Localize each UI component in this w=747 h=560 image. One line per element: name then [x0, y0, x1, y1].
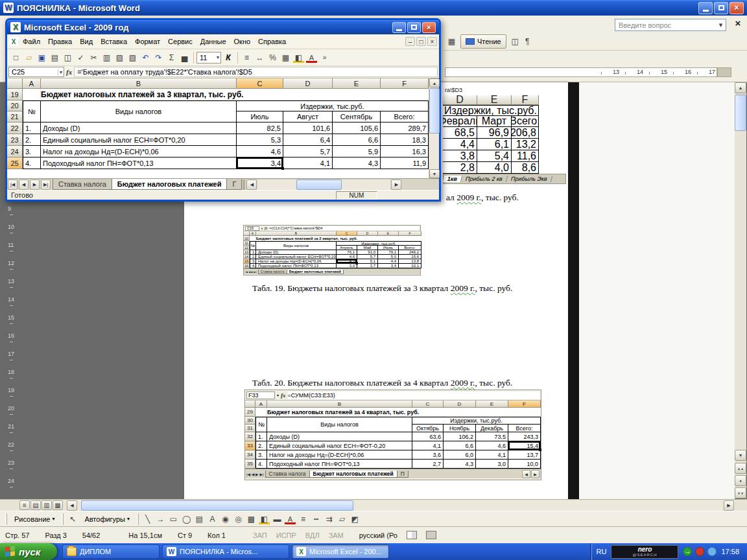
spelling-icon[interactable]: ✓ [75, 51, 87, 64]
chevron-down-icon[interactable]: ▾ [58, 69, 64, 75]
sheet-title-cell[interactable]: Бюджет налоговых платежей за 4 квартал, … [267, 408, 541, 417]
scroll-left-button[interactable]: ◀ [67, 500, 77, 511]
column-header-F[interactable]: F [508, 401, 541, 408]
line-style-icon[interactable]: ≡ [297, 513, 309, 525]
sheet-tab-2[interactable]: Бюджет налоговых платежей [309, 471, 397, 478]
column-header-B[interactable]: B [256, 231, 337, 236]
sheet-tab-1[interactable]: Ставка налога [53, 179, 112, 190]
row-index-cell[interactable]: 1. [255, 432, 267, 441]
value-cell[interactable]: 4,1 [412, 441, 444, 450]
print-icon[interactable]: ▤ [49, 51, 61, 64]
column-header-D[interactable]: D [357, 231, 378, 236]
month-header-cell[interactable]: Всего: [381, 111, 429, 122]
column-header-D[interactable]: D [444, 401, 476, 408]
fill-color-icon[interactable]: ◧ [258, 513, 270, 525]
value-cell[interactable]: 4,1 [283, 158, 333, 169]
value-cell[interactable]: 243,3 [508, 432, 541, 441]
value-cell[interactable]: 6,4 [283, 134, 333, 146]
formula-input[interactable]: ='Бюджет на оплату труда'!$E22*'Ставка н… [74, 67, 438, 77]
value-cell[interactable]: 73,5 [476, 432, 508, 441]
row-index-cell[interactable]: 1. [23, 122, 41, 134]
value-cell[interactable]: 3,7 [357, 264, 378, 268]
row-header[interactable]: 11 [244, 241, 250, 246]
autoshapes-menu-button[interactable]: Автофигуры ▾ [80, 513, 134, 526]
word-horizontal-scrollbar[interactable]: ≡▤▥▦ ◀ ▶ [0, 499, 747, 511]
chevron-down-icon[interactable]: ▾ [716, 21, 726, 29]
value-cell[interactable]: 5,7 [357, 255, 378, 259]
taskbar-clock[interactable]: 17:58 [721, 548, 742, 555]
format-painter-icon[interactable]: ▧ [126, 51, 139, 64]
value-cell[interactable]: 10,0 [508, 460, 541, 469]
column-header-B[interactable]: B [267, 401, 412, 408]
open-icon[interactable]: ▱ [23, 51, 35, 64]
horizontal-ruler-margin[interactable] [717, 67, 731, 77]
redo-icon[interactable]: ↷ [152, 51, 165, 64]
dash-style-icon[interactable]: ┅ [310, 513, 322, 525]
value-cell[interactable]: 4,1 [476, 450, 508, 460]
arrow-icon[interactable]: → [154, 513, 167, 525]
ask-question-box[interactable]: Введите вопрос ▾ [615, 19, 726, 31]
column-header-F[interactable]: F [381, 78, 429, 89]
start-button[interactable]: пуск [0, 543, 57, 560]
scrollbar-thumb[interactable] [429, 88, 440, 134]
scroll-up-button[interactable]: ▲ [735, 82, 746, 93]
row-header[interactable]: 12 [244, 246, 250, 250]
document-page-right[interactable] [579, 82, 735, 499]
document-map-icon[interactable]: ◫ [509, 36, 521, 48]
chart-wizard-icon[interactable]: ▅ [178, 51, 191, 64]
picture-icon[interactable]: ▩ [245, 513, 257, 525]
month-header-cell[interactable]: Сентябрь [333, 111, 381, 122]
scroll-left-button[interactable]: ◀ [246, 180, 257, 190]
tax-name-cell[interactable]: Подоходный налог ПН=ФОТ*0,13 [256, 264, 337, 268]
value-cell[interactable]: 3,6 [412, 450, 444, 460]
column-header-D[interactable]: D [283, 78, 333, 89]
italic-button[interactable]: К [222, 51, 235, 64]
line-color-icon[interactable]: ▬ [271, 513, 283, 525]
value-cell[interactable]: 79,1 [378, 250, 399, 255]
value-cell[interactable]: 91,0 [357, 250, 378, 255]
paste-icon[interactable]: ▨ [113, 51, 126, 64]
font-size-combo[interactable]: 11 ▾ [196, 52, 221, 64]
value-cell[interactable]: 3,0 [476, 460, 508, 469]
column-header-E[interactable]: E [333, 78, 381, 89]
wordart-icon[interactable]: А [206, 513, 219, 525]
document-close-icon[interactable]: × [731, 18, 744, 30]
row-header[interactable]: 20 [7, 100, 23, 111]
horizontal-ruler[interactable]: 1314151617 [445, 67, 717, 77]
next-page-button[interactable]: ▼▼ [735, 487, 746, 498]
row-header[interactable]: 34 [245, 450, 255, 460]
month-header-cell[interactable]: Ноябрь [444, 425, 476, 432]
draw-menu-button[interactable]: Рисование ▾ [10, 513, 59, 526]
next-sheet-button[interactable]: ▶ [30, 180, 40, 190]
row-header[interactable]: 33 [245, 441, 255, 450]
value-cell[interactable]: 2,7 [412, 460, 444, 469]
column-header-F[interactable]: F [399, 231, 421, 236]
types-header-cell[interactable]: Виды налогов [256, 241, 337, 250]
outline-view-icon[interactable]: ▦ [53, 500, 63, 510]
row-header[interactable]: 24 [7, 146, 23, 158]
menu-Сервис[interactable]: Сервис [164, 36, 196, 47]
row-index-cell[interactable]: 2. [255, 441, 267, 450]
sheet-tab-1[interactable]: Ставка налога [258, 270, 287, 274]
value-cell[interactable]: 5,7 [283, 146, 333, 158]
row-header[interactable]: 13 [244, 250, 250, 255]
month-header-cell[interactable]: Октябрь [412, 425, 444, 432]
tax-name-cell[interactable]: Подоходный налог ПН=ФОТ*0,13 [267, 460, 412, 469]
excel-minimize-button[interactable] [392, 22, 406, 33]
workbook-minimize-icon[interactable]: – [405, 37, 415, 46]
row-index-cell[interactable]: 1. [250, 250, 256, 255]
value-cell[interactable]: 10,1 [399, 264, 421, 268]
print-layout-icon[interactable]: ▥ [42, 500, 52, 510]
excel-restore-button[interactable] [407, 22, 421, 33]
value-cell[interactable]: 4,6 [337, 255, 357, 259]
toolbar-grip[interactable] [62, 513, 64, 525]
show-formatting-icon[interactable]: ¶ [521, 36, 534, 48]
month-header-cell[interactable]: Июль [237, 111, 283, 122]
row-header[interactable]: 29 [245, 408, 255, 417]
scrollbar-track[interactable] [78, 500, 722, 511]
value-cell[interactable]: 4,6 [476, 441, 508, 450]
value-cell[interactable]: 76,1 [337, 250, 357, 255]
column-header-A[interactable]: A [250, 231, 256, 236]
value-cell[interactable]: 63,6 [412, 432, 444, 441]
tax-name-cell[interactable]: Налог на доходы Нд=(D-ЕСН)*0,06 [41, 146, 237, 158]
